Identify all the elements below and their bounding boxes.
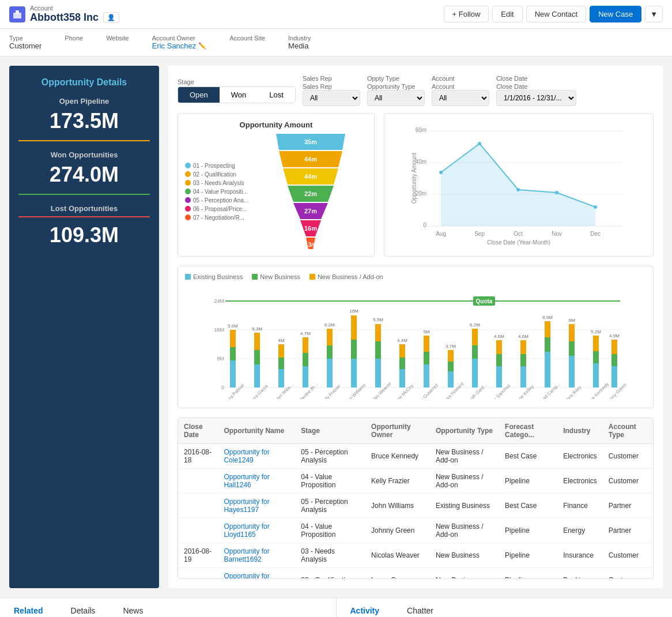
svg-text:4.7M: 4.7M [300,331,311,336]
svg-rect-91 [448,371,454,387]
cell-account-type: Customer [603,469,653,494]
table-row[interactable]: Opportunity for Lloyd1165 04 - Value Pro… [178,518,653,543]
col-account-type: Account Type [603,418,653,444]
stage-filter-group: Stage Open Won Lost [178,78,296,103]
svg-point-24 [439,171,443,174]
legend-color-qualification [185,171,191,177]
tab-news[interactable]: News [109,598,157,617]
svg-rect-56 [278,369,284,387]
meta-type: Type Customer [9,35,41,50]
cell-name[interactable]: Opportunity for Cole1249 [218,444,295,469]
legend-perception: 05 - Perception Ana... [185,197,260,204]
cell-forecast: Pipeline [499,518,557,543]
svg-rect-61 [303,366,308,387]
svg-text:24M: 24M [214,298,224,304]
tab-details[interactable]: Details [57,598,110,617]
cell-date [178,568,218,580]
right-panel: Stage Open Won Lost Sales Rep Sales Rep … [168,66,663,588]
cell-stage: 03 - Needs Analysis [295,543,365,568]
cell-name[interactable]: Opportunity for Lloyd1165 [218,518,295,543]
svg-rect-66 [327,359,333,387]
stage-tab-won[interactable]: Won [220,87,258,103]
stage-tab-open[interactable]: Open [178,87,220,103]
table-row[interactable]: 2016-08-19 Opportunity for Barnett1692 0… [178,543,653,568]
svg-text:Close Date (Year-Month): Close Date (Year-Month) [487,239,550,246]
svg-text:6.2M: 6.2M [324,322,335,328]
account-owner-value[interactable]: Eric Sanchez ✏️ [152,42,207,50]
cell-name[interactable]: Opportunity for Hayes1197 [218,494,295,518]
col-stage: Stage [295,418,365,444]
legend-text-existing: Existing Business [193,273,243,280]
won-label: Won Opportunities [18,151,150,159]
col-opportunity-name: Opportunity Name [218,418,295,444]
type-label: Type [9,35,41,42]
account-select[interactable]: All [432,90,489,106]
edit-button[interactable]: Edit [492,6,522,22]
col-forecast-catego: Forecast Catego... [499,418,557,444]
new-contact-button[interactable]: New Contact [526,6,586,22]
opportunities-table[interactable]: Close Date Opportunity Name Stage Opport… [178,417,654,579]
legend-label-prospecting: 01 - Prospecting [193,163,235,169]
account-sublabel: Account [432,83,489,90]
stage-tab-lost[interactable]: Lost [258,87,295,103]
table-row[interactable]: Opportunity for Bridges657 02 - Qualific… [178,568,653,580]
close-date-filter: Close Date Close Date 1/1/2016 - 12/31/.… [496,75,576,106]
table-header-row: Close Date Opportunity Name Stage Opport… [178,418,653,444]
cell-industry: Banking [557,568,603,580]
oppty-type-select[interactable]: All [367,90,425,106]
tab-related[interactable]: Related [0,598,57,617]
cell-account-type: Customer [603,568,653,580]
filter-row: Stage Open Won Lost Sales Rep Sales Rep … [178,75,654,106]
new-case-button[interactable]: New Case [590,6,641,22]
legend-label-perception: 05 - Perception Ana... [193,197,248,204]
col-industry: Industry [557,418,603,444]
close-date-select[interactable]: 1/1/2016 - 12/31/... [496,90,576,106]
svg-point-26 [516,188,520,191]
svg-text:16M: 16M [214,327,224,333]
meta-row: Type Customer Phone Website Account Owne… [0,29,672,57]
open-pipeline-label: Open Pipeline [18,97,150,106]
legend-color-existing [185,274,191,280]
cell-name[interactable]: Opportunity for Bridges657 [218,568,295,580]
legend-label-negotiation: 07 - Negotiation/R... [193,215,244,221]
meta-account-owner: Account Owner Eric Sanchez ✏️ [152,35,207,50]
bar-chart-box: Existing Business New Business New Busin… [178,266,654,408]
cell-account-type: Customer [603,444,653,469]
svg-rect-83 [399,344,405,358]
svg-rect-98 [472,329,478,345]
follow-button[interactable]: + Follow [444,6,489,22]
edit-owner-icon[interactable]: ✏️ [198,42,206,50]
cell-name[interactable]: Opportunity for Hall1246 [218,469,295,494]
cell-owner: John Williams [365,494,430,518]
legend-qualification: 02 - Qualification [185,171,260,178]
svg-text:Aug: Aug [436,231,446,237]
tab-activity[interactable]: Activity [337,598,394,617]
sales-rep-select[interactable]: All [303,90,360,106]
industry-value: Media [288,42,308,50]
svg-text:Nov: Nov [552,231,562,237]
legend-proposal: 06 - Proposal/Price... [185,206,260,212]
sales-rep-filter-label: Sales Rep [303,75,360,82]
svg-rect-106 [520,366,526,387]
cell-date: 2016-08-19 [178,543,218,568]
legend-addon: New Business / Add-on [309,273,383,280]
svg-rect-76 [375,359,381,387]
table-row[interactable]: 2016-08-18 Opportunity for Cole1249 05 -… [178,444,653,469]
account-hierarchy-button[interactable]: 👤 [103,12,119,23]
table-row[interactable]: Opportunity for Hayes1197 05 - Perceptio… [178,494,653,518]
legend-label-value-prop: 04 - Value Propositi... [193,189,248,195]
cell-stage: 04 - Value Proposition [295,469,365,494]
legend-label-needs-analysis: 03 - Needs Analysis [193,180,244,186]
account-icon [9,6,25,22]
cell-name[interactable]: Opportunity for Barnett1692 [218,543,295,568]
svg-rect-81 [399,369,405,387]
tab-chatter[interactable]: Chatter [393,598,447,617]
funnel-svg: 35m 44m 44m 22m 27m 16m 13m [265,134,357,249]
table-body: 2016-08-18 Opportunity for Cole1249 05 -… [178,444,653,580]
table-row[interactable]: Opportunity for Hall1246 04 - Value Prop… [178,469,653,494]
svg-rect-126 [611,366,617,387]
svg-rect-97 [472,345,478,359]
svg-text:Quota: Quota [476,298,493,304]
more-actions-button[interactable]: ▼ [645,6,663,22]
cell-type: New Business / Add-on [430,518,499,543]
